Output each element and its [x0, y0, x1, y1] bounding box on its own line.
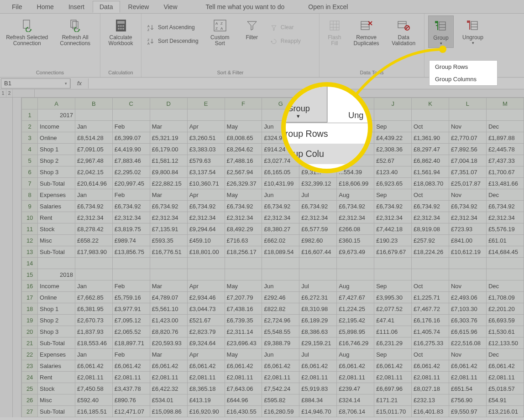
cell[interactable]	[262, 269, 299, 280]
cell[interactable]: Shop 2	[38, 155, 75, 166]
cell[interactable]: £6,399.07	[112, 132, 150, 144]
cell[interactable]: £6,061.42	[187, 360, 225, 372]
cell[interactable]: £822.82	[262, 303, 299, 315]
cell[interactable]: £1,708.09	[486, 292, 524, 303]
cell[interactable]: 2018	[38, 269, 75, 280]
cell[interactable]: £16,607.44	[299, 246, 337, 258]
cell[interactable]: £716.63	[225, 235, 262, 246]
column-header-A[interactable]: A	[38, 98, 75, 109]
cell[interactable]	[112, 269, 150, 280]
cell[interactable]: £7,207.79	[225, 292, 262, 303]
tab-home[interactable]: Home	[31, 1, 60, 12]
cell[interactable]: £2,081.11	[75, 372, 112, 383]
cell[interactable]: £989.74	[112, 235, 150, 246]
filter-button[interactable]: Filter	[240, 16, 264, 42]
cell[interactable]: £18,801.00	[187, 246, 225, 258]
row-header-26[interactable]: 26	[22, 394, 38, 406]
cell[interactable]: £6,734.92	[225, 201, 262, 212]
tab-file[interactable]: File	[5, 1, 29, 12]
cell[interactable]: £7,004.18	[449, 155, 486, 166]
name-box[interactable]: B1 ▾	[1, 78, 70, 88]
cell[interactable]: Jan	[75, 121, 112, 132]
cell[interactable]: £22,516.08	[449, 337, 486, 349]
cell[interactable]: £6,189.29	[299, 315, 337, 326]
cell[interactable]: £8,310.98	[299, 303, 337, 315]
cell[interactable]: Dec	[486, 121, 524, 132]
column-header-E[interactable]: E	[187, 98, 225, 109]
cell[interactable]: £5,919.83	[299, 383, 337, 394]
cell[interactable]: £6,061.42	[150, 360, 187, 372]
cell[interactable]: £2,312.34	[150, 212, 187, 223]
cell[interactable]: £459.10	[187, 235, 225, 246]
cell[interactable]: £6,734.92	[262, 201, 299, 212]
cell[interactable]: £2,312.34	[412, 212, 449, 223]
cell[interactable]: Apr	[187, 121, 225, 132]
cell[interactable]: £9,673.49	[337, 246, 374, 258]
cell[interactable]: £16,679.67	[374, 246, 412, 258]
column-header-M[interactable]: M	[486, 98, 524, 109]
cell[interactable]: £111.06	[374, 326, 412, 337]
calculate-workbook-button[interactable]: Calculate Workbook	[104, 16, 137, 48]
column-header-C[interactable]: C	[112, 98, 150, 109]
row-header-15[interactable]: 15	[22, 269, 38, 280]
cell[interactable]: £841.00	[449, 235, 486, 246]
cell[interactable]: Income	[38, 121, 75, 132]
cell[interactable]: Aug	[337, 189, 374, 201]
cell[interactable]: Shop 3	[38, 166, 75, 178]
cell[interactable]: £9,294.64	[187, 223, 225, 235]
cell[interactable]: £16,280.59	[262, 406, 299, 417]
cell[interactable]: £1,405.74	[412, 326, 449, 337]
cell[interactable]: £592.40	[75, 394, 112, 406]
cell[interactable]: £6,615.96	[449, 326, 486, 337]
cell[interactable]: £6,734.92	[337, 201, 374, 212]
cell[interactable]: Shop 1	[38, 144, 75, 155]
cell[interactable]: Aug	[337, 349, 374, 360]
cell[interactable]: £651.54	[449, 383, 486, 394]
cell[interactable]: £18,083.70	[412, 178, 449, 189]
cell[interactable]: Feb	[112, 121, 150, 132]
cell[interactable]	[299, 269, 337, 280]
data-validation-button[interactable]: Data Validation	[387, 16, 420, 48]
cell[interactable]: £6,061.42	[412, 360, 449, 372]
cell[interactable]: £2,081.11	[187, 372, 225, 383]
cell[interactable]: £2,081.11	[112, 372, 150, 383]
cell[interactable]: Jan	[75, 349, 112, 360]
cell[interactable]: Jul	[299, 189, 337, 201]
cell[interactable]: Oct	[412, 280, 449, 292]
cell[interactable]: £9,324.64	[187, 337, 225, 349]
cell[interactable]: £6,734.92	[412, 201, 449, 212]
row-header-2[interactable]: 2	[22, 121, 38, 132]
cell[interactable]: £7,450.58	[75, 383, 112, 394]
cell[interactable]: £5,898.95	[337, 326, 374, 337]
cell[interactable]: £2,201.20	[486, 303, 524, 315]
cell[interactable]: £6,577.59	[299, 223, 337, 235]
cell[interactable]: £3,819.75	[112, 223, 150, 235]
cell[interactable]: £3,977.91	[112, 303, 150, 315]
row-header-9[interactable]: 9	[22, 201, 38, 212]
cell[interactable]: Mar	[150, 280, 187, 292]
cell[interactable]: £1,700.67	[486, 166, 524, 178]
cell[interactable]: £593.35	[150, 235, 187, 246]
cell[interactable]: £2,567.94	[225, 166, 262, 178]
cell[interactable]: Rent	[38, 372, 75, 383]
cell[interactable]: £54.91	[486, 394, 524, 406]
cell[interactable]: £13,216.01	[486, 406, 524, 417]
cell[interactable]: May	[225, 189, 262, 201]
cell[interactable]: Nov	[449, 189, 486, 201]
cell[interactable]: £6,422.32	[150, 383, 187, 394]
refresh-selected-connection-button[interactable]: Refresh Selected Connection	[4, 16, 50, 48]
cell[interactable]: £16,185.51	[75, 406, 112, 417]
cell[interactable]: Jan	[75, 280, 112, 292]
cell[interactable]: £171.21	[374, 394, 412, 406]
cell[interactable]: £2,770.07	[449, 132, 486, 144]
cell[interactable]: Feb	[112, 280, 150, 292]
row-header-8[interactable]: 8	[22, 189, 38, 201]
cell[interactable]: £534.01	[150, 394, 187, 406]
cell[interactable]: May	[225, 280, 262, 292]
custom-sort-button[interactable]: AZZA Custom Sort	[204, 16, 236, 48]
cell[interactable]	[412, 109, 449, 121]
cell[interactable]: Apr	[187, 189, 225, 201]
cell[interactable]: Feb	[112, 349, 150, 360]
cell[interactable]	[75, 258, 112, 269]
cell[interactable]: £2,967.48	[75, 155, 112, 166]
